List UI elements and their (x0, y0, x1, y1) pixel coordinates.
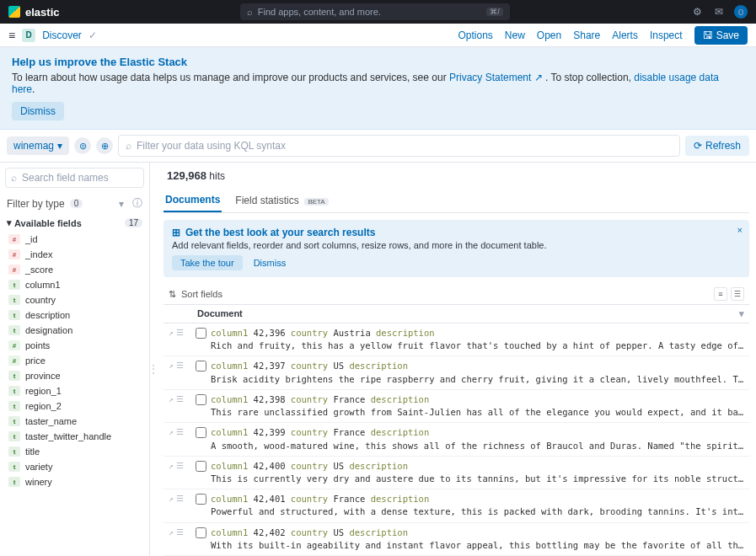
expand-row-icon[interactable]: ↗ (169, 327, 174, 352)
field-item[interactable]: #_score (5, 262, 144, 277)
sidebar-resize-handle[interactable]: ⋮ (150, 163, 157, 556)
callout-title-text: Get the best look at your search results (185, 227, 375, 238)
row-content[interactable]: column1 42,399 country France descriptio… (211, 426, 744, 452)
expand-row-icon[interactable]: ↗ (169, 460, 174, 485)
gear-icon[interactable]: ⚙ (690, 5, 704, 19)
expand-row-icon[interactable]: ↗ (169, 360, 174, 385)
save-icon: 🖫 (703, 29, 713, 41)
field-item[interactable]: ttitle (5, 444, 144, 459)
row-actions: ↗ ☰ (169, 493, 190, 518)
field-name: taster_name (25, 416, 77, 426)
sort-icon[interactable]: ⇅ (169, 289, 176, 300)
view-compact-icon[interactable]: ≡ (714, 287, 727, 301)
help-icon[interactable]: ⓘ (132, 196, 142, 211)
field-item[interactable]: tcountry (5, 292, 144, 307)
field-item[interactable]: tregion_2 (5, 398, 144, 414)
link-inspect[interactable]: Inspect (650, 29, 683, 41)
field-item[interactable]: tvariety (5, 459, 144, 474)
field-item[interactable]: ttaster_twitter_handle (5, 429, 144, 444)
filter-by-type[interactable]: Filter by type 0 ▾ ⓘ (5, 193, 144, 214)
toggle-row-icon[interactable]: ☰ (176, 460, 184, 485)
field-item[interactable]: tprovince (5, 368, 144, 383)
field-item[interactable]: #price (5, 353, 144, 368)
callout-dismiss-link[interactable]: Dismiss (254, 258, 287, 268)
expand-row-icon[interactable]: ↗ (169, 493, 174, 518)
table-row: ↗ ☰ column1 42,400 country US descriptio… (164, 457, 749, 489)
nav-toggle-icon[interactable]: ≡ (8, 29, 15, 42)
field-search-input[interactable]: ⌕ Search field names (5, 168, 144, 188)
toggle-row-icon[interactable]: ☰ (176, 493, 184, 518)
row-checkbox[interactable] (196, 328, 206, 339)
refresh-button[interactable]: ⟳ Refresh (685, 136, 749, 156)
sort-label[interactable]: Sort fields (181, 289, 223, 299)
take-tour-button[interactable]: Take the tour (172, 255, 243, 270)
row-content[interactable]: column1 42,396 country Austria descripti… (211, 327, 744, 352)
kql-input[interactable]: ⌕ Filter your data using KQL syntax (118, 135, 680, 157)
row-actions: ↗ ☰ (169, 393, 190, 419)
field-type-icon: t (8, 401, 20, 411)
row-actions: ↗ ☰ (169, 360, 190, 385)
field-item[interactable]: tcolumn1 (5, 277, 144, 292)
column-menu-icon[interactable]: ▾ (739, 308, 744, 319)
link-open[interactable]: Open (537, 29, 561, 41)
row-actions: ↗ ☰ (169, 327, 190, 352)
toggle-row-icon[interactable]: ☰ (176, 527, 184, 552)
row-checkbox[interactable] (196, 361, 206, 372)
expand-row-icon[interactable]: ↗ (169, 426, 174, 452)
row-content[interactable]: column1 42,402 country US description Wi… (211, 527, 744, 552)
row-checkbox[interactable] (196, 494, 206, 505)
toggle-row-icon[interactable]: ☰ (176, 360, 184, 385)
link-new[interactable]: New (505, 29, 525, 41)
toggle-row-icon[interactable]: ☰ (176, 426, 184, 452)
field-type-icon: # (8, 234, 20, 244)
tab-documents[interactable]: Documents (164, 189, 222, 212)
column-header-document[interactable]: Document (197, 308, 243, 319)
link-alerts[interactable]: Alerts (612, 29, 638, 41)
row-content[interactable]: column1 42,397 country US description Br… (211, 360, 744, 385)
field-item[interactable]: ttaster_name (5, 414, 144, 429)
tab-field-statistics[interactable]: Field statistics BETA (233, 190, 330, 211)
privacy-link[interactable]: Privacy Statement ↗ (449, 72, 543, 83)
row-content[interactable]: column1 42,401 country France descriptio… (211, 493, 744, 518)
toggle-row-icon[interactable]: ☰ (176, 393, 184, 419)
dataview-picker[interactable]: winemag ▾ (7, 136, 69, 155)
row-checkbox[interactable] (196, 461, 206, 472)
row-checkbox[interactable] (196, 527, 206, 538)
available-fields-header[interactable]: ▾ Available fields 17 (5, 214, 144, 232)
add-filter-button[interactable]: ⊕ (96, 137, 113, 154)
callout-close-icon[interactable]: × (737, 225, 743, 235)
query-bar: winemag ▾ ⊜ ⊕ ⌕ Filter your data using K… (0, 130, 756, 163)
field-item[interactable]: tregion_1 (5, 383, 144, 398)
field-item[interactable]: #points (5, 338, 144, 353)
view-expanded-icon[interactable]: ☰ (731, 287, 744, 301)
available-fields-label: Available fields (14, 218, 82, 228)
global-search[interactable]: ⌕ Find apps, content, and more. ⌘/ (240, 3, 510, 20)
brand-logo[interactable]: elastic (8, 6, 59, 19)
user-avatar[interactable]: o (734, 5, 748, 19)
row-checkbox[interactable] (196, 394, 206, 405)
link-options[interactable]: Options (458, 29, 492, 41)
refresh-label: Refresh (705, 140, 741, 152)
expand-row-icon[interactable]: ↗ (169, 393, 174, 419)
row-content[interactable]: column1 42,400 country US description Th… (211, 460, 744, 485)
expand-row-icon[interactable]: ↗ (169, 527, 174, 552)
document-list: ↗ ☰ column1 42,396 country Austria descr… (164, 323, 749, 556)
dataview-settings-button[interactable]: ⊜ (74, 137, 91, 154)
field-name: taster_twitter_handle (25, 431, 111, 441)
link-share[interactable]: Share (573, 29, 600, 41)
field-item[interactable]: tdesignation (5, 323, 144, 338)
save-button[interactable]: 🖫 Save (694, 26, 748, 45)
row-checkbox[interactable] (196, 427, 206, 438)
field-item[interactable]: twinery (5, 474, 144, 489)
row-content[interactable]: column1 42,398 country France descriptio… (211, 393, 744, 419)
field-item[interactable]: tdescription (5, 307, 144, 323)
field-name: points (25, 340, 50, 350)
table-row: ↗ ☰ column1 42,396 country Austria descr… (164, 323, 749, 356)
app-title[interactable]: Discover (42, 29, 82, 41)
banner-dismiss-button[interactable]: Dismiss (12, 102, 64, 120)
field-type-icon: t (8, 310, 20, 320)
field-item[interactable]: #_id (5, 232, 144, 247)
field-item[interactable]: #_index (5, 247, 144, 262)
toggle-row-icon[interactable]: ☰ (176, 327, 184, 352)
news-icon[interactable]: ✉ (712, 5, 726, 19)
